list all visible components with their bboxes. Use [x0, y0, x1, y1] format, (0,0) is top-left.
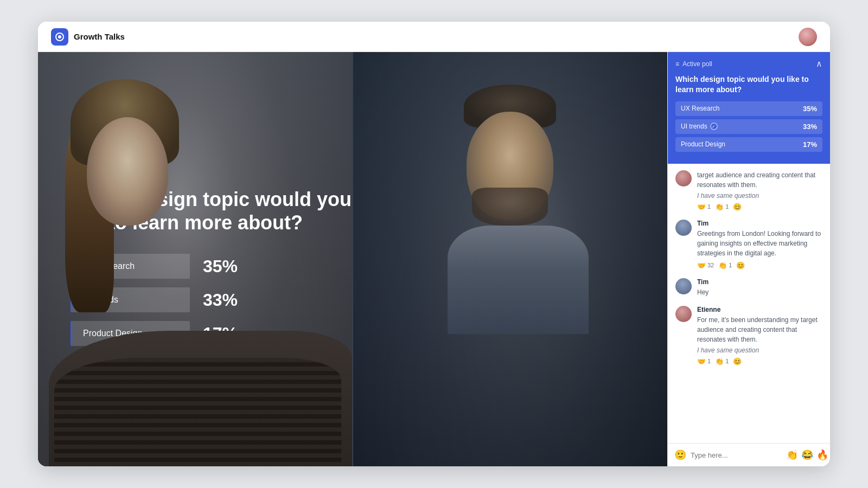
chat-text-1: target audience and creating content tha… — [697, 170, 822, 190]
chat-input-area: 🙂 👏 😂 🔥 — [668, 443, 830, 466]
reaction-count-2a: 32 — [707, 262, 714, 268]
poll-result-row-0[interactable]: UX Research 35% — [675, 101, 822, 116]
poll-question-small: Which design topic would you like to lea… — [675, 74, 822, 95]
reaction-hands-1[interactable]: 👏 1 — [715, 203, 729, 211]
avatar-image — [799, 28, 817, 46]
app-title: Growth Talks — [74, 32, 125, 41]
input-emoji-clap[interactable]: 👏 — [786, 449, 798, 461]
chat-body-2: Tim Greetings from London! Looking forwa… — [697, 220, 822, 269]
poll-option-pct-1: 33% — [203, 290, 238, 310]
chat-italic-4: I have same question — [697, 346, 822, 354]
reaction-smile-4[interactable]: 😊 — [733, 357, 742, 365]
poll-result-pct-0: 35% — [803, 105, 817, 113]
reaction-hands-2[interactable]: 👏 1 — [718, 261, 732, 269]
chat-name-3: Tim — [697, 278, 709, 286]
man-body — [448, 226, 589, 334]
header-left: Growth Talks — [51, 28, 125, 46]
poll-result-row-2[interactable]: Product Design 17% — [675, 137, 822, 152]
reaction-clap-4[interactable]: 🤝 1 — [697, 357, 711, 365]
reaction-smile-2[interactable]: 😊 — [736, 261, 745, 269]
logo-icon — [51, 28, 68, 46]
poll-result-pct-2: 17% — [803, 140, 817, 149]
reaction-hands-4[interactable]: 👏 1 — [715, 357, 729, 365]
collapse-button[interactable]: ∧ — [816, 59, 822, 69]
poll-result-pct-1: 33% — [803, 123, 817, 131]
reaction-count-4a: 1 — [707, 358, 711, 364]
reaction-count-1a: 1 — [707, 203, 711, 210]
chat-message-3: Tim Hey — [675, 278, 822, 297]
input-emoji-fire[interactable]: 🔥 — [816, 449, 828, 461]
chat-text-3: Hey — [697, 287, 709, 297]
man-beard — [472, 188, 548, 226]
input-emoji-row: 👏 😂 🔥 — [786, 449, 828, 461]
chat-name-4: Etienne — [697, 306, 822, 313]
chat-body-4: Etienne For me, it's been understanding … — [697, 306, 822, 365]
chat-text-4: For me, it's been understanding my targe… — [697, 315, 822, 344]
poll-option-pct-0: 35% — [203, 256, 238, 277]
poll-result-label-2: Product Design — [681, 140, 725, 148]
poll-bar-icon: ≡ — [675, 60, 679, 68]
reaction-count-1b: 1 — [725, 203, 729, 210]
main-content: Poll results Which design topic would yo… — [38, 52, 830, 466]
reactions-1: 🤝 1 👏 1 😊 — [697, 203, 822, 211]
reaction-clap-1[interactable]: 🤝 1 — [697, 203, 711, 211]
chat-italic-1: I have same question — [697, 192, 822, 200]
chat-avatar-tim-3 — [675, 278, 692, 294]
chat-text-2: Greetings from London! Looking forward t… — [697, 229, 822, 258]
check-icon: ✓ — [710, 123, 718, 130]
chat-body-3: Tim Hey — [697, 278, 709, 297]
active-poll-header: ≡ Active poll ∧ — [675, 59, 822, 69]
chat-message-1: target audience and creating content tha… — [675, 170, 822, 211]
reaction-clap-2[interactable]: 🤝 32 — [697, 261, 714, 269]
reactions-4: 🤝 1 👏 1 😊 — [697, 357, 822, 365]
input-emoji-laugh[interactable]: 😂 — [801, 449, 813, 461]
header: Growth Talks — [38, 22, 830, 52]
right-panel: ≡ Active poll ∧ Which design topic would… — [667, 52, 830, 466]
svg-point-1 — [58, 35, 61, 38]
chat-body-1: target audience and creating content tha… — [697, 170, 822, 211]
avatar[interactable] — [799, 28, 817, 46]
chat-input[interactable] — [691, 451, 782, 459]
app-window: Growth Talks — [38, 22, 830, 466]
man-figure — [442, 85, 594, 329]
emoji-picker-button[interactable]: 🙂 — [674, 449, 686, 461]
reaction-count-2b: 1 — [729, 262, 732, 268]
chat-name-2: Tim — [697, 220, 822, 227]
active-poll-title-row: ≡ Active poll — [675, 60, 712, 68]
chat-message-4: Etienne For me, it's been understanding … — [675, 306, 822, 365]
chat-area: target audience and creating content tha… — [668, 164, 830, 443]
reaction-smile-1[interactable]: 😊 — [733, 203, 742, 211]
reactions-2: 🤝 32 👏 1 😊 — [697, 261, 822, 269]
poll-result-label-1: UI trends ✓ — [681, 123, 718, 130]
shirt — [54, 358, 341, 466]
face — [87, 117, 168, 226]
active-poll-label: Active poll — [682, 60, 712, 68]
chat-avatar-etienne-1 — [675, 170, 692, 187]
poll-result-row-1[interactable]: UI trends ✓ 33% — [675, 119, 822, 134]
reaction-count-4b: 1 — [725, 358, 729, 364]
video-area: Poll results Which design topic would yo… — [38, 52, 667, 466]
chat-avatar-etienne-4 — [675, 306, 692, 322]
chat-message-2: Tim Greetings from London! Looking forwa… — [675, 220, 822, 269]
active-poll-section: ≡ Active poll ∧ Which design topic would… — [668, 52, 830, 164]
chat-avatar-tim-2 — [675, 220, 692, 236]
poll-result-label-0: UX Research — [681, 105, 719, 112]
